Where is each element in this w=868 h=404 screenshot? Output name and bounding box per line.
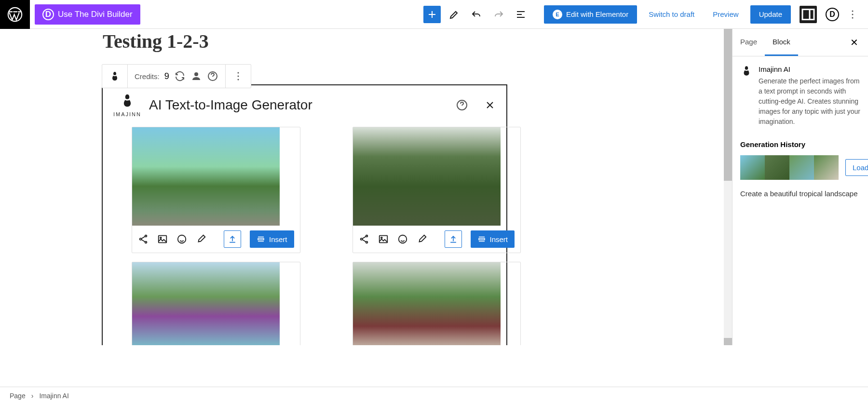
divi-button-label: Use The Divi Builder (58, 10, 133, 19)
svg-point-11 (145, 235, 147, 237)
undo-icon[interactable] (468, 6, 485, 23)
imajinn-logo: IMAJINN (113, 93, 141, 117)
more-options-icon[interactable] (844, 6, 861, 23)
redo-icon[interactable] (490, 6, 507, 23)
svg-rect-1 (802, 9, 814, 19)
face-icon[interactable] (176, 234, 187, 244)
svg-point-8 (237, 76, 239, 77)
svg-point-4 (852, 17, 854, 18)
top-toolbar: D Use The Divi Builder E Edit with Eleme… (0, 0, 868, 29)
brush-icon[interactable] (417, 234, 427, 244)
refresh-icon[interactable] (174, 70, 186, 82)
editor-canvas[interactable]: Testing 1-2-3 Credits: 9 (0, 29, 732, 345)
add-block-button[interactable] (423, 6, 441, 23)
ai-panel-title: AI Text-to-Image Generator (149, 97, 312, 113)
page-title[interactable]: Testing 1-2-3 (103, 30, 209, 53)
insert-button[interactable]: Insert (471, 230, 515, 248)
generated-image[interactable] (353, 262, 501, 345)
svg-point-18 (360, 238, 362, 240)
elementor-button[interactable]: E Edit with Elementor (544, 5, 637, 24)
block-type-icon (740, 65, 753, 127)
ai-help-icon[interactable] (456, 99, 468, 111)
image-card: Insert (132, 127, 300, 253)
block-name: Imajinn AI (759, 65, 860, 73)
help-icon[interactable] (207, 70, 218, 82)
insert-button[interactable]: Insert (250, 230, 294, 248)
update-button[interactable]: Update (750, 5, 791, 24)
switch-draft-link[interactable]: Switch to draft (642, 10, 701, 18)
top-actions: E Edit with Elementor Switch to draft Pr… (423, 5, 868, 24)
block-more-icon[interactable] (232, 70, 244, 82)
tab-block[interactable]: Block (765, 29, 798, 56)
svg-point-21 (380, 237, 382, 239)
image-icon[interactable] (378, 234, 389, 244)
block-description: Generate the perfect images from a text … (759, 76, 860, 127)
load-button[interactable]: Load (845, 159, 868, 176)
svg-point-12 (140, 238, 142, 240)
edit-icon[interactable] (446, 6, 463, 23)
breadcrumb: Page › Imajinn AI (0, 387, 868, 404)
svg-point-16 (178, 235, 186, 243)
image-card: Insert (353, 127, 521, 253)
svg-point-13 (145, 242, 147, 243)
generated-image[interactable] (132, 127, 280, 226)
svg-point-22 (398, 235, 407, 243)
breadcrumb-block[interactable]: Imajinn AI (39, 392, 68, 400)
svg-point-17 (366, 235, 367, 237)
svg-point-3 (852, 13, 854, 15)
ai-generator-panel: IMAJINN AI Text-to-Image Generator (102, 84, 507, 345)
generated-image[interactable] (353, 127, 501, 226)
breadcrumb-separator: › (31, 392, 34, 400)
imajinn-logo-text: IMAJINN (113, 111, 141, 117)
upload-button[interactable] (445, 230, 462, 248)
image-card (353, 262, 521, 345)
credits-value: 9 (164, 71, 169, 81)
sidebar-toggle-button[interactable] (800, 6, 817, 23)
divi-round-icon[interactable]: D (826, 8, 839, 21)
wordpress-logo[interactable] (0, 0, 30, 29)
preview-link[interactable]: Preview (706, 10, 745, 18)
outline-icon[interactable] (512, 6, 529, 23)
elementor-icon: E (553, 10, 562, 19)
settings-sidebar: Page Block ✕ Imajinn AI Generate the per… (732, 29, 868, 345)
user-icon[interactable] (190, 70, 202, 82)
svg-point-19 (366, 242, 367, 243)
svg-point-15 (160, 237, 162, 239)
tab-page[interactable]: Page (732, 29, 765, 56)
history-title: Generation History (732, 135, 868, 155)
divi-icon: D (42, 9, 54, 20)
svg-point-2 (852, 10, 854, 12)
generated-image[interactable] (132, 262, 280, 345)
svg-point-5 (194, 72, 198, 76)
credits-label: Credits: (135, 72, 160, 81)
image-card (132, 262, 300, 345)
ai-close-icon[interactable] (484, 99, 496, 111)
imajinn-block-icon[interactable] (109, 70, 121, 82)
image-icon[interactable] (157, 234, 168, 244)
block-toolbar: Credits: 9 (102, 64, 251, 88)
share-icon[interactable] (359, 234, 369, 244)
sidebar-close-icon[interactable]: ✕ (846, 33, 862, 52)
face-icon[interactable] (397, 234, 408, 244)
elementor-label: Edit with Elementor (566, 10, 628, 18)
history-prompt: Create a beautiful tropical landscape (732, 180, 868, 207)
divi-builder-button[interactable]: D Use The Divi Builder (35, 4, 140, 25)
upload-button[interactable] (224, 230, 241, 248)
svg-point-7 (237, 72, 239, 74)
share-icon[interactable] (138, 234, 149, 244)
editor-scrollbar[interactable] (724, 29, 732, 345)
history-thumbnails[interactable] (740, 155, 839, 180)
breadcrumb-page[interactable]: Page (10, 392, 26, 400)
svg-point-9 (237, 79, 239, 81)
brush-icon[interactable] (196, 234, 206, 244)
